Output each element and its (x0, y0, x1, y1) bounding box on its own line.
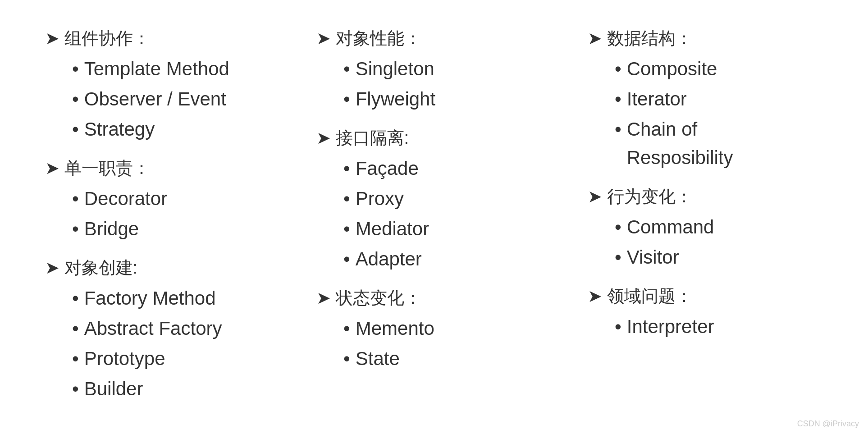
list-item-text: Command (627, 213, 714, 241)
section-section-component-cooperation: ➤ 组件协作：Template MethodObserver / EventSt… (45, 27, 280, 143)
list-item: Strategy (72, 115, 280, 143)
section-items-section-behavior-change: CommandVisitor (588, 213, 823, 271)
section-header-section-object-performance: ➤ 对象性能： (316, 27, 552, 50)
list-item: Façade (343, 154, 552, 183)
section-section-object-performance: ➤ 对象性能：SingletonFlyweight (316, 27, 552, 113)
list-item-text: Mediator (356, 215, 429, 243)
list-item-text: Prototype (84, 344, 165, 373)
section-header-section-data-structure: ➤ 数据结构： (588, 27, 823, 50)
list-item: Builder (72, 375, 280, 403)
section-header-section-single-responsibility: ➤ 单一职责： (45, 157, 280, 180)
list-item-text: Composite (627, 55, 717, 83)
section-items-section-domain-problem: Interpreter (588, 312, 823, 341)
list-item-text: Façade (356, 154, 419, 183)
section-header-section-component-cooperation: ➤ 组件协作： (45, 27, 280, 50)
list-item-text: Memento (356, 314, 434, 343)
list-item: Iterator (615, 85, 823, 113)
list-item-text: Observer / Event (84, 85, 226, 113)
list-item: Mediator (343, 215, 552, 243)
section-items-section-object-creation: Factory MethodAbstract FactoryPrototypeB… (45, 284, 280, 403)
section-section-data-structure: ➤ 数据结构：CompositeIteratorChain of Resposi… (588, 27, 823, 172)
section-header-section-interface-isolation: ➤ 接口隔离: (316, 127, 552, 150)
list-item: Bridge (72, 215, 280, 243)
column-col3: ➤ 数据结构：CompositeIteratorChain of Resposi… (570, 18, 841, 425)
list-item: Flyweight (343, 85, 552, 113)
column-col2: ➤ 对象性能：SingletonFlyweight➤ 接口隔离:FaçadePr… (298, 18, 570, 425)
list-item-text: Adapter (356, 245, 422, 273)
section-header-section-object-creation: ➤ 对象创建: (45, 256, 280, 279)
list-item-text: Interpreter (627, 312, 714, 341)
column-col1: ➤ 组件协作：Template MethodObserver / EventSt… (27, 18, 298, 425)
section-items-section-component-cooperation: Template MethodObserver / EventStrategy (45, 55, 280, 143)
list-item: Memento (343, 314, 552, 343)
list-item: Visitor (615, 243, 823, 271)
list-item: Command (615, 213, 823, 241)
footer-watermark: CSDN @iPrivacy (797, 419, 859, 429)
section-header-section-domain-problem: ➤ 领域问题： (588, 285, 823, 308)
section-items-section-object-performance: SingletonFlyweight (316, 55, 552, 113)
section-items-section-state-change: MementoState (316, 314, 552, 373)
list-item-text: Abstract Factory (84, 314, 222, 343)
list-item: Interpreter (615, 312, 823, 341)
section-items-section-interface-isolation: FaçadeProxyMediatorAdapter (316, 154, 552, 273)
list-item-text: Bridge (84, 215, 139, 243)
section-section-interface-isolation: ➤ 接口隔离:FaçadeProxyMediatorAdapter (316, 127, 552, 273)
list-item: Abstract Factory (72, 314, 280, 343)
section-items-section-data-structure: CompositeIteratorChain of Resposibility (588, 55, 823, 172)
list-item-text: Proxy (356, 184, 404, 213)
list-item: Chain of Resposibility (615, 115, 823, 172)
list-item: Singleton (343, 55, 552, 83)
list-item-text: Template Method (84, 55, 229, 83)
section-items-section-single-responsibility: DecoratorBridge (45, 184, 280, 243)
list-item: Proxy (343, 184, 552, 213)
list-item: State (343, 344, 552, 373)
section-section-behavior-change: ➤ 行为变化：CommandVisitor (588, 185, 823, 271)
list-item-text: Singleton (356, 55, 434, 83)
list-item: Factory Method (72, 284, 280, 312)
list-item-text: State (356, 344, 400, 373)
section-section-single-responsibility: ➤ 单一职责：DecoratorBridge (45, 157, 280, 243)
list-item-text: Chain of Resposibility (627, 115, 733, 172)
list-item: Composite (615, 55, 823, 83)
list-item-text: Factory Method (84, 284, 216, 312)
list-item-text: Builder (84, 375, 143, 403)
section-section-state-change: ➤ 状态变化：MementoState (316, 287, 552, 373)
list-item: Prototype (72, 344, 280, 373)
section-header-section-state-change: ➤ 状态变化： (316, 287, 552, 310)
section-header-section-behavior-change: ➤ 行为变化： (588, 185, 823, 208)
section-section-domain-problem: ➤ 领域问题：Interpreter (588, 285, 823, 341)
list-item-text: Strategy (84, 115, 155, 143)
page-container: ➤ 组件协作：Template MethodObserver / EventSt… (27, 18, 841, 425)
list-item: Observer / Event (72, 85, 280, 113)
list-item-text: Iterator (627, 85, 687, 113)
list-item: Adapter (343, 245, 552, 273)
list-item-text: Flyweight (356, 85, 435, 113)
list-item-text: Decorator (84, 184, 167, 213)
section-section-object-creation: ➤ 对象创建:Factory MethodAbstract FactoryPro… (45, 256, 280, 403)
list-item: Decorator (72, 184, 280, 213)
list-item-text: Visitor (627, 243, 679, 271)
list-item: Template Method (72, 55, 280, 83)
